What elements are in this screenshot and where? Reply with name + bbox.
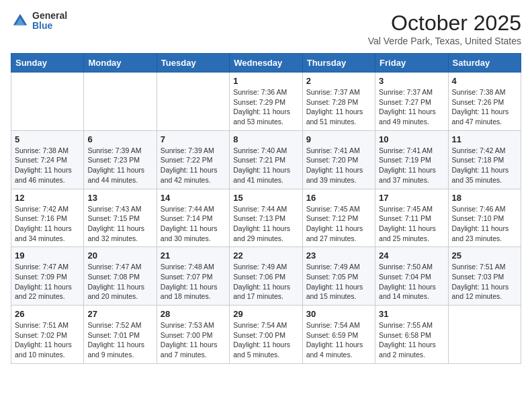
- calendar-week-row: 1Sunrise: 7:36 AM Sunset: 7:29 PM Daylig…: [11, 73, 521, 131]
- day-number: 3: [379, 76, 444, 86]
- calendar-cell: 12Sunrise: 7:42 AM Sunset: 7:16 PM Dayli…: [11, 189, 84, 247]
- day-number: 23: [306, 250, 371, 261]
- calendar-cell: 3Sunrise: 7:37 AM Sunset: 7:27 PM Daylig…: [375, 73, 448, 131]
- calendar-cell: 6Sunrise: 7:39 AM Sunset: 7:23 PM Daylig…: [84, 130, 157, 189]
- day-number: 19: [15, 250, 80, 261]
- calendar-cell: 17Sunrise: 7:45 AM Sunset: 7:11 PM Dayli…: [375, 189, 448, 247]
- day-number: 17: [379, 193, 444, 203]
- day-info: Sunrise: 7:42 AM Sunset: 7:18 PM Dayligh…: [452, 146, 517, 185]
- day-number: 11: [452, 134, 517, 144]
- calendar-cell: 8Sunrise: 7:40 AM Sunset: 7:21 PM Daylig…: [230, 130, 302, 189]
- page-header: General Blue October 2025 Val Verde Park…: [11, 11, 521, 46]
- day-info: Sunrise: 7:42 AM Sunset: 7:16 PM Dayligh…: [15, 204, 80, 244]
- day-number: 21: [161, 250, 226, 261]
- col-header-thursday: Thursday: [302, 54, 375, 73]
- day-number: 18: [452, 193, 517, 203]
- col-header-wednesday: Wednesday: [230, 54, 302, 73]
- calendar-cell: 13Sunrise: 7:43 AM Sunset: 7:15 PM Dayli…: [84, 189, 157, 247]
- day-info: Sunrise: 7:40 AM Sunset: 7:21 PM Dayligh…: [233, 146, 298, 185]
- day-info: Sunrise: 7:41 AM Sunset: 7:19 PM Dayligh…: [379, 146, 444, 185]
- day-info: Sunrise: 7:53 AM Sunset: 7:00 PM Dayligh…: [161, 320, 226, 360]
- day-info: Sunrise: 7:43 AM Sunset: 7:15 PM Dayligh…: [87, 204, 152, 244]
- day-info: Sunrise: 7:52 AM Sunset: 7:01 PM Dayligh…: [87, 320, 152, 360]
- calendar-cell: 15Sunrise: 7:44 AM Sunset: 7:13 PM Dayli…: [230, 189, 302, 247]
- day-info: Sunrise: 7:49 AM Sunset: 7:06 PM Dayligh…: [233, 262, 298, 302]
- day-number: 20: [87, 250, 152, 261]
- calendar-cell: 1Sunrise: 7:36 AM Sunset: 7:29 PM Daylig…: [230, 73, 302, 131]
- day-info: Sunrise: 7:47 AM Sunset: 7:09 PM Dayligh…: [15, 262, 80, 302]
- col-header-friday: Friday: [375, 54, 448, 73]
- day-number: 15: [233, 193, 298, 203]
- day-number: 25: [452, 250, 517, 261]
- day-info: Sunrise: 7:55 AM Sunset: 6:58 PM Dayligh…: [379, 320, 444, 360]
- calendar-table: SundayMondayTuesdayWednesdayThursdayFrid…: [11, 53, 521, 364]
- calendar-cell: 16Sunrise: 7:45 AM Sunset: 7:12 PM Dayli…: [302, 189, 375, 247]
- calendar-cell: [157, 73, 229, 131]
- day-number: 29: [233, 309, 298, 319]
- calendar-cell: 21Sunrise: 7:48 AM Sunset: 7:07 PM Dayli…: [157, 247, 229, 306]
- calendar-cell: 2Sunrise: 7:37 AM Sunset: 7:28 PM Daylig…: [302, 73, 375, 131]
- calendar-cell: 5Sunrise: 7:38 AM Sunset: 7:24 PM Daylig…: [11, 130, 84, 189]
- calendar-cell: 18Sunrise: 7:46 AM Sunset: 7:10 PM Dayli…: [448, 189, 521, 247]
- day-info: Sunrise: 7:37 AM Sunset: 7:28 PM Dayligh…: [306, 87, 371, 127]
- calendar-cell: 31Sunrise: 7:55 AM Sunset: 6:58 PM Dayli…: [375, 306, 448, 364]
- day-number: 30: [306, 309, 371, 319]
- calendar-cell: 14Sunrise: 7:44 AM Sunset: 7:14 PM Dayli…: [157, 189, 229, 247]
- calendar-cell: 4Sunrise: 7:38 AM Sunset: 7:26 PM Daylig…: [448, 73, 521, 131]
- day-info: Sunrise: 7:45 AM Sunset: 7:11 PM Dayligh…: [379, 204, 444, 244]
- day-info: Sunrise: 7:51 AM Sunset: 7:03 PM Dayligh…: [452, 262, 517, 302]
- calendar-cell: 11Sunrise: 7:42 AM Sunset: 7:18 PM Dayli…: [448, 130, 521, 189]
- day-info: Sunrise: 7:50 AM Sunset: 7:04 PM Dayligh…: [379, 262, 444, 302]
- day-number: 9: [306, 134, 371, 144]
- day-info: Sunrise: 7:38 AM Sunset: 7:26 PM Dayligh…: [452, 87, 517, 127]
- day-info: Sunrise: 7:41 AM Sunset: 7:20 PM Dayligh…: [306, 146, 371, 185]
- calendar-cell: 25Sunrise: 7:51 AM Sunset: 7:03 PM Dayli…: [448, 247, 521, 306]
- calendar-cell: [84, 73, 157, 131]
- calendar-cell: 10Sunrise: 7:41 AM Sunset: 7:19 PM Dayli…: [375, 130, 448, 189]
- day-number: 22: [233, 250, 298, 261]
- day-number: 12: [15, 193, 80, 203]
- day-number: 31: [379, 309, 444, 319]
- logo-icon: [11, 11, 30, 30]
- logo-blue-text: Blue: [32, 21, 67, 31]
- calendar-cell: 7Sunrise: 7:39 AM Sunset: 7:22 PM Daylig…: [157, 130, 229, 189]
- logo-text: General Blue: [32, 11, 67, 32]
- day-info: Sunrise: 7:37 AM Sunset: 7:27 PM Dayligh…: [379, 87, 444, 127]
- calendar-cell: 28Sunrise: 7:53 AM Sunset: 7:00 PM Dayli…: [157, 306, 229, 364]
- day-info: Sunrise: 7:39 AM Sunset: 7:22 PM Dayligh…: [161, 146, 226, 185]
- calendar-week-row: 12Sunrise: 7:42 AM Sunset: 7:16 PM Dayli…: [11, 189, 521, 247]
- day-number: 4: [452, 76, 517, 86]
- day-info: Sunrise: 7:51 AM Sunset: 7:02 PM Dayligh…: [15, 320, 80, 360]
- calendar-week-row: 19Sunrise: 7:47 AM Sunset: 7:09 PM Dayli…: [11, 247, 521, 306]
- calendar-cell: 30Sunrise: 7:54 AM Sunset: 6:59 PM Dayli…: [302, 306, 375, 364]
- col-header-saturday: Saturday: [448, 54, 521, 73]
- day-info: Sunrise: 7:49 AM Sunset: 7:05 PM Dayligh…: [306, 262, 371, 302]
- calendar-cell: 22Sunrise: 7:49 AM Sunset: 7:06 PM Dayli…: [230, 247, 302, 306]
- day-number: 14: [161, 193, 226, 203]
- col-header-sunday: Sunday: [11, 54, 84, 73]
- location-text: Val Verde Park, Texas, United States: [368, 36, 521, 46]
- day-number: 24: [379, 250, 444, 261]
- day-info: Sunrise: 7:46 AM Sunset: 7:10 PM Dayligh…: [452, 204, 517, 244]
- logo-general-text: General: [32, 11, 67, 21]
- day-info: Sunrise: 7:39 AM Sunset: 7:23 PM Dayligh…: [87, 146, 152, 185]
- day-info: Sunrise: 7:47 AM Sunset: 7:08 PM Dayligh…: [87, 262, 152, 302]
- logo: General Blue: [11, 11, 67, 32]
- calendar-cell: 26Sunrise: 7:51 AM Sunset: 7:02 PM Dayli…: [11, 306, 84, 364]
- day-number: 10: [379, 134, 444, 144]
- day-info: Sunrise: 7:54 AM Sunset: 6:59 PM Dayligh…: [306, 320, 371, 360]
- calendar-cell: 20Sunrise: 7:47 AM Sunset: 7:08 PM Dayli…: [84, 247, 157, 306]
- day-number: 16: [306, 193, 371, 203]
- calendar-cell: 27Sunrise: 7:52 AM Sunset: 7:01 PM Dayli…: [84, 306, 157, 364]
- day-number: 7: [161, 134, 226, 144]
- day-number: 13: [87, 193, 152, 203]
- day-number: 1: [233, 76, 298, 86]
- col-header-monday: Monday: [84, 54, 157, 73]
- day-info: Sunrise: 7:54 AM Sunset: 7:00 PM Dayligh…: [233, 320, 298, 360]
- day-info: Sunrise: 7:44 AM Sunset: 7:14 PM Dayligh…: [161, 204, 226, 244]
- calendar-cell: 9Sunrise: 7:41 AM Sunset: 7:20 PM Daylig…: [302, 130, 375, 189]
- calendar-cell: [11, 73, 84, 131]
- day-number: 27: [87, 309, 152, 319]
- col-header-tuesday: Tuesday: [157, 54, 229, 73]
- day-info: Sunrise: 7:38 AM Sunset: 7:24 PM Dayligh…: [15, 146, 80, 185]
